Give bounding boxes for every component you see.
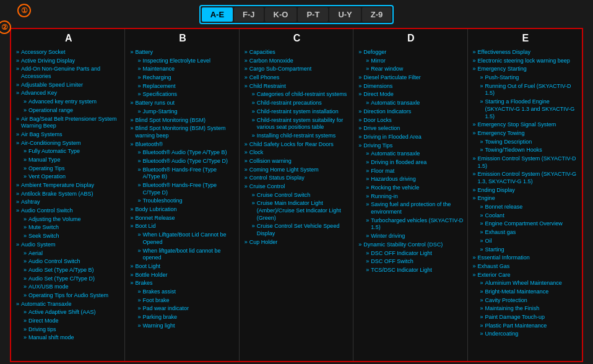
sub-entry-label[interactable]: Parking brake [142, 314, 177, 321]
list-item[interactable]: »Dimensions [358, 83, 463, 90]
entry-label[interactable]: Bonnet Release [135, 215, 175, 222]
list-item[interactable]: »Emission Control System (SKYACTIV-D 1.5… [473, 155, 578, 170]
list-item[interactable]: »Audio System [16, 241, 121, 249]
entry-label[interactable]: Air Bag/Seat Belt Pretensioner System Wa… [21, 116, 121, 130]
sub-entry-label[interactable]: Rear window [371, 66, 403, 73]
entry-label[interactable]: Electronic steering lock warning beep [478, 58, 570, 65]
sub-entry-label[interactable]: Vent Operation [28, 173, 66, 181]
entry-label[interactable]: Dynamic Stability Control (DSC) [363, 241, 443, 249]
list-item[interactable]: »Mirror [358, 58, 463, 65]
sub-entry-label[interactable]: Cruise Control Switch [257, 192, 311, 199]
list-item[interactable]: »Exterior Care [473, 272, 578, 279]
sub-entry-label[interactable]: Advanced key entry system [28, 98, 97, 106]
list-item[interactable]: »Child-restraint system suitability for … [245, 117, 349, 131]
list-item[interactable]: »Boot Lid [130, 223, 235, 230]
sub-entry-label[interactable]: Manual Type [28, 157, 60, 164]
sub-entry-label[interactable]: Towing Description [485, 139, 532, 146]
sub-entry-label[interactable]: Pad wear indicator [142, 305, 189, 313]
sub-entry-label[interactable]: Bluetooth® Audio (Type C/Type D) [142, 158, 228, 165]
list-item[interactable]: »Manual Type [16, 157, 121, 164]
sub-entry-label[interactable]: Audio Control Switch [28, 258, 80, 266]
sub-entry-label[interactable]: Troubleshooting [142, 197, 182, 205]
list-item[interactable]: »Exhaust gas [473, 229, 578, 236]
entry-label[interactable]: Child Restraint [249, 83, 286, 90]
entry-label[interactable]: Collision warning [249, 158, 292, 165]
list-item[interactable]: »Cavity Protection [473, 297, 578, 305]
tab-ae[interactable]: A-E [202, 7, 233, 22]
entry-label[interactable]: Diesel Particulate Filter [363, 74, 421, 82]
list-item[interactable]: »DSC OFF Indicator Light [358, 250, 463, 258]
sub-entry-label[interactable]: Inspecting Electrolyte Level [142, 58, 210, 65]
entry-label[interactable]: Cup Holder [249, 239, 278, 246]
tab-uy[interactable]: U-Y [329, 7, 360, 22]
list-item[interactable]: »Brakes assist [130, 288, 235, 296]
list-item[interactable]: »Bonnet Release [130, 215, 235, 222]
list-item[interactable]: »Drive selection [358, 125, 463, 132]
sub-entry-label[interactable]: Aerial [28, 250, 43, 258]
list-item[interactable]: »When Liftgate/Boot Lid Cannot be Opened [130, 232, 235, 246]
entry-label[interactable]: Emergency Starting [478, 66, 527, 73]
sub-entry-label[interactable]: Turbocharged vehicles (SKYACTIV-D 1.5) [371, 217, 463, 232]
entry-label[interactable]: Emergency Towing [478, 130, 525, 137]
entry-label[interactable]: Essential Information [478, 254, 530, 262]
entry-label[interactable]: Boot Lid [135, 223, 155, 230]
list-item[interactable]: »Mute Switch [16, 224, 121, 232]
entry-label[interactable]: Audio Control Switch [21, 207, 73, 215]
sub-entry-label[interactable]: Active Adaptive Shift (AAS) [28, 309, 96, 316]
list-item[interactable]: »Accessory Socket [16, 49, 121, 56]
sub-entry-label[interactable]: Warning light [142, 323, 175, 330]
sub-entry-label[interactable]: Mirror [371, 58, 386, 65]
list-item[interactable]: »Adjustable Speed Limiter [16, 82, 121, 89]
list-item[interactable]: »Adjusting the Volume [16, 216, 121, 223]
list-item[interactable]: »Pad wear indicator [130, 305, 235, 313]
entry-label[interactable]: Ending Display [478, 187, 515, 194]
sub-entry-label[interactable]: Cavity Protection [485, 297, 527, 305]
list-item[interactable]: »Control Status Display [245, 175, 349, 182]
list-item[interactable]: »Operating Tips [16, 165, 121, 173]
sub-entry-label[interactable]: Starting a Flooded Engine (SKYACTIV-G 1.… [485, 98, 578, 120]
sub-entry-label[interactable]: Categories of child-restraint systems [257, 91, 347, 98]
entry-label[interactable]: Bottle Holder [135, 272, 167, 279]
entry-label[interactable]: Add-On Non-Genuine Parts and Accessories [21, 66, 121, 80]
entry-label[interactable]: Exhaust Gas [478, 263, 510, 271]
list-item[interactable]: »Add-On Non-Genuine Parts and Accessorie… [16, 66, 121, 80]
tab-fj[interactable]: F-J [234, 7, 264, 22]
sub-entry-label[interactable]: Engine Compartment Overview [485, 220, 563, 228]
list-item[interactable]: »Direction Indicators [358, 108, 463, 116]
sub-entry-label[interactable]: Bluetooth® Hands-Free (Type C/Type D) [142, 182, 235, 196]
sub-entry-label[interactable]: Aluminium Wheel Maintenance [485, 280, 562, 287]
list-item[interactable]: »Ashtray [16, 199, 121, 206]
list-item[interactable]: »Direct Mode [16, 318, 121, 325]
list-item[interactable]: »Seek Switch [16, 233, 121, 240]
list-item[interactable]: »Driving in flooded area [358, 159, 463, 167]
list-item[interactable]: »Cup Holder [245, 239, 349, 246]
entry-label[interactable]: Brakes [135, 280, 152, 287]
list-item[interactable]: »Cruise Control Switch [245, 192, 349, 199]
sub-entry-label[interactable]: Bluetooth® Hands-Free (Type A/Type B) [142, 167, 235, 181]
list-item[interactable]: »Audio Control Switch [16, 258, 121, 266]
sub-entry-label[interactable]: Adjusting the Volume [28, 216, 81, 223]
entry-label[interactable]: Automatic Transaxle [21, 301, 72, 308]
list-item[interactable]: »Manual shift mode [16, 334, 121, 342]
sub-entry-label[interactable]: Seek Switch [28, 233, 59, 240]
list-item[interactable]: »Running Out of Fuel (SKYACTIV-D 1.5) [473, 83, 578, 97]
list-item[interactable]: »Active Adaptive Shift (AAS) [16, 309, 121, 316]
entry-label[interactable]: Emergency Stop Signal System [478, 121, 556, 129]
entry-label[interactable]: Antilock Brake System (ABS) [21, 191, 93, 198]
list-item[interactable]: »Bright-Metal Maintenance [473, 288, 578, 296]
entry-label[interactable]: Carbon Monoxide [249, 58, 293, 65]
entry-label[interactable]: Battery [135, 49, 153, 56]
sub-entry-label[interactable]: Hazardous driving [371, 176, 416, 183]
sub-entry-label[interactable]: Specifications [142, 91, 177, 98]
list-item[interactable]: »Winter driving [358, 233, 463, 240]
list-item[interactable]: »Towing/Tiedown Hooks [473, 147, 578, 154]
sub-entry-label[interactable]: Automatic transaxle [371, 100, 420, 107]
entry-label[interactable]: Direction Indicators [363, 108, 411, 116]
sub-entry-label[interactable]: Exhaust gas [485, 229, 516, 236]
sub-entry-label[interactable]: Child-restraint precautions [257, 100, 322, 107]
list-item[interactable]: »Audio Control Switch [16, 207, 121, 215]
sub-entry-label[interactable]: Operational range [28, 107, 73, 115]
list-item[interactable]: »Child-restraint system installation [245, 108, 349, 116]
sub-entry-label[interactable]: Cruise Control Set Vehicle Speed Display [257, 223, 349, 237]
list-item[interactable]: »Audio Set (Type C/Type D) [16, 275, 121, 283]
